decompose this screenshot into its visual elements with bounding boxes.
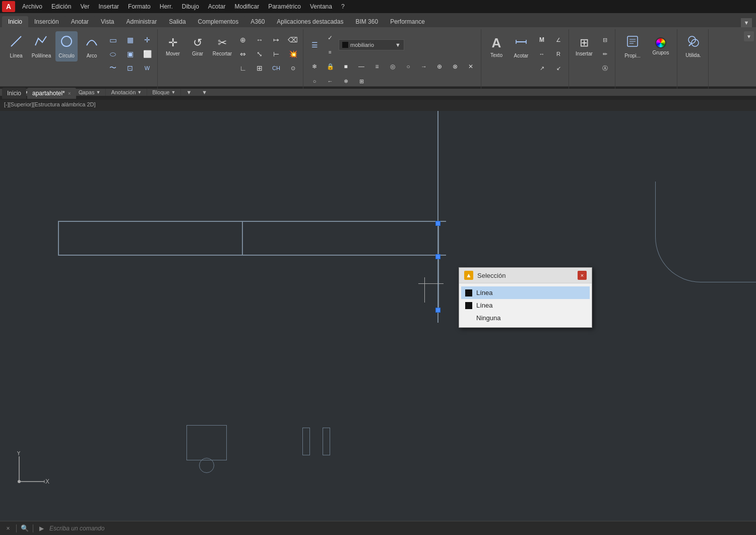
btn-mtext[interactable]: M — [535, 33, 549, 46]
tab-salida[interactable]: Salida — [163, 16, 192, 27]
tab-bim360[interactable]: BIM 360 — [349, 16, 384, 27]
btn-layer-merge[interactable]: ⊗ — [448, 60, 462, 73]
btn-chamfer[interactable]: CH — [269, 62, 283, 75]
btn-propiedades[interactable]: Propi... — [619, 31, 646, 62]
btn-spline[interactable]: 〜 — [106, 62, 120, 75]
btn-fillet[interactable]: ∟ — [236, 62, 250, 75]
cmd-close-btn[interactable]: × — [3, 523, 13, 533]
menu-insertar[interactable]: Insertar — [94, 2, 123, 11]
btn-mirror[interactable]: ⇔ — [236, 47, 250, 61]
btn-rotate[interactable]: ↺ Girar — [186, 31, 209, 62]
btn-layer-lock[interactable]: 🔒 — [323, 60, 337, 73]
btn-block-edit[interactable]: ✏ — [598, 47, 612, 61]
cmd-search-btn[interactable]: 🔍 — [20, 523, 30, 533]
btn-layer-delete[interactable]: ✕ — [464, 60, 478, 73]
btn-layer-props[interactable]: ☰ — [307, 38, 322, 51]
menu-edicion[interactable]: Edición — [47, 2, 75, 11]
ribbon-section-bloque[interactable]: Bloque ▼ — [147, 89, 180, 96]
menu-parametrico[interactable]: Paramétrico — [264, 2, 305, 11]
btn-layer-lweight[interactable]: ≡ — [370, 60, 384, 73]
selection-item-0[interactable]: Línea — [461, 286, 590, 299]
btn-extend[interactable]: ↦ — [269, 33, 283, 46]
grip-top[interactable] — [435, 221, 440, 226]
menu-acotar[interactable]: Acotar — [204, 2, 230, 11]
btn-region[interactable]: ⬜ — [140, 47, 154, 61]
btn-array[interactable]: ⊞ — [253, 62, 267, 75]
btn-wipeout[interactable]: W — [140, 62, 154, 75]
tab-vista[interactable]: Vista — [95, 16, 120, 27]
menu-ver[interactable]: Ver — [76, 2, 93, 11]
menu-help[interactable]: ? — [337, 2, 349, 11]
btn-texto[interactable]: A Texto — [485, 31, 508, 62]
selection-item-2[interactable]: Ninguna — [461, 312, 590, 324]
btn-boundary[interactable]: ⊡ — [123, 62, 137, 75]
tab-anotar[interactable]: Anotar — [65, 16, 95, 27]
doc-tab-apartahotel[interactable]: apartahotel* × — [27, 88, 76, 99]
doc-tab-add[interactable]: + — [77, 88, 87, 98]
btn-trim[interactable]: ✂ Recortar — [211, 31, 233, 62]
ribbon-collapse-btn[interactable]: ▼ — [744, 31, 754, 41]
btn-layer-previous[interactable]: ← — [323, 75, 337, 88]
btn-layer-vp-freeze[interactable]: ❄ — [339, 75, 353, 88]
btn-block-attdef[interactable]: Ⓐ — [598, 62, 612, 75]
btn-arco[interactable]: Arco — [81, 31, 103, 62]
btn-erase[interactable]: ⌫ — [286, 33, 300, 46]
layer-dropdown[interactable]: mobiliario ▼ — [339, 39, 404, 50]
menu-ventana[interactable]: Ventana — [306, 2, 336, 11]
btn-offset[interactable]: ⊙ — [286, 62, 300, 75]
cmd-expand-btn[interactable]: ▶ — [36, 523, 46, 533]
tab-aplicaciones[interactable]: Aplicaciones destacadas — [271, 16, 349, 27]
selection-item-1[interactable]: Línea — [461, 299, 590, 312]
dialog-close-button[interactable]: × — [578, 271, 587, 280]
tab-complementos[interactable]: Complementos — [192, 16, 245, 27]
menu-modificar[interactable]: Modificar — [231, 2, 264, 11]
btn-polilinea[interactable]: Polilínea — [30, 31, 52, 62]
btn-scale[interactable]: ⤡ — [253, 47, 267, 61]
ribbon-extra-btn[interactable]: ▼ — [741, 18, 752, 27]
btn-layer-isolate[interactable]: ◎ — [386, 60, 400, 73]
ribbon-section-expand2[interactable]: ▼ — [197, 89, 212, 96]
btn-layer-make-current[interactable]: ✓ — [323, 31, 337, 44]
tab-insercion[interactable]: Inserción — [28, 16, 65, 27]
btn-layer-unisolate[interactable]: ○ — [401, 60, 415, 73]
btn-gradient[interactable]: ▣ — [123, 47, 137, 61]
btn-acotar[interactable]: Acotar — [510, 31, 532, 62]
btn-dim-angular[interactable]: ∠ — [551, 33, 565, 46]
menu-herr[interactable]: Herr. — [156, 2, 177, 11]
btn-layer-freeze[interactable]: ❄ — [307, 60, 322, 73]
btn-layer-copy[interactable]: ⊕ — [432, 60, 447, 73]
btn-linea[interactable]: Línea — [5, 31, 27, 62]
btn-explode[interactable]: 💥 — [286, 47, 300, 61]
tab-administrar[interactable]: Administrar — [120, 16, 163, 27]
btn-layer-turnoff[interactable]: ○ — [307, 75, 322, 88]
ribbon-section-anotacion[interactable]: Anotación ▼ — [106, 89, 147, 96]
btn-layer-ltype[interactable]: — — [354, 60, 368, 73]
btn-dim-radius[interactable]: R — [551, 47, 565, 61]
btn-utilidades[interactable]: Utilida. — [682, 31, 705, 62]
btn-layer-color[interactable]: ■ — [339, 60, 353, 73]
menu-formato[interactable]: Formato — [124, 2, 155, 11]
btn-layer-walk[interactable]: → — [417, 60, 431, 73]
btn-rectangle[interactable]: ▭ — [106, 33, 120, 46]
autocad-logo[interactable]: A — [2, 1, 15, 12]
btn-layer-vp-overr[interactable]: ⊞ — [354, 75, 368, 88]
btn-hatch[interactable]: ▦ — [123, 33, 137, 46]
canvas-area[interactable]: Y X ▲ Selección × Línea — [0, 111, 756, 521]
btn-copy[interactable]: ⊕ — [236, 33, 250, 46]
btn-insertar[interactable]: ⊞ Insertar — [573, 31, 595, 62]
btn-dim-linear[interactable]: ↔ — [535, 47, 549, 61]
tab-performance[interactable]: Performance — [384, 16, 431, 27]
doc-tab-close[interactable]: × — [68, 91, 71, 96]
tab-inicio[interactable]: Inicio — [2, 16, 28, 27]
btn-block-create[interactable]: ⊟ — [598, 33, 612, 46]
btn-ellipse[interactable]: ⬭ — [106, 47, 120, 61]
cmd-input[interactable] — [49, 525, 753, 532]
btn-dim-aligned[interactable]: ↗ — [535, 62, 549, 75]
ribbon-section-expand1[interactable]: ▼ — [181, 89, 197, 96]
btn-stretch[interactable]: ↔ — [253, 33, 267, 46]
btn-circulo[interactable]: Círculo — [55, 31, 78, 62]
btn-grupos[interactable]: Grupos — [648, 31, 674, 62]
menu-dibujo[interactable]: Dibujo — [178, 2, 203, 11]
tab-a360[interactable]: A360 — [244, 16, 271, 27]
grip-mid[interactable] — [435, 254, 440, 259]
